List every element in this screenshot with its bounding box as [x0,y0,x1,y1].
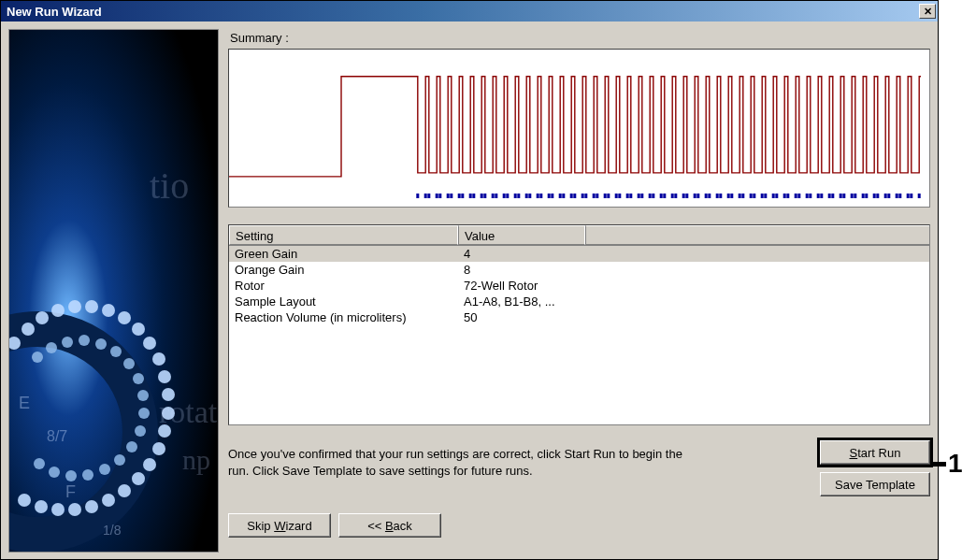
table-row[interactable]: Sample LayoutA1-A8, B1-B8, ... [229,294,929,309]
svg-point-44 [34,458,45,469]
svg-rect-112 [753,194,755,198]
svg-rect-75 [548,194,551,198]
start-run-label-rest: tart Run [857,446,900,460]
svg-rect-66 [495,194,497,198]
table-row[interactable]: Green Gain4 [229,246,929,262]
svg-rect-118 [786,194,789,198]
svg-rect-90 [629,194,632,198]
svg-point-2 [22,323,35,336]
svg-rect-113 [761,194,764,198]
svg-rect-117 [783,194,786,198]
start-run-button[interactable]: Start Run [820,440,930,465]
table-row[interactable]: Reaction Volume (in microliters)50 [229,309,929,325]
svg-text:tio: tio [150,165,189,207]
close-button[interactable]: ✕ [919,4,936,19]
svg-rect-74 [539,194,542,198]
svg-rect-56 [438,194,441,198]
svg-rect-73 [537,194,539,198]
column-header-setting[interactable]: Setting [229,225,458,245]
table-row[interactable]: Rotor72-Well Rotor [229,278,929,294]
svg-point-22 [85,500,98,513]
external-annotation-1: 1 [933,449,962,479]
setting-name: Sample Layout [229,294,458,309]
back-button[interactable]: << Back [338,513,441,538]
close-icon: ✕ [924,6,932,18]
svg-rect-63 [481,194,483,198]
title-bar: New Run Wizard ✕ [1,1,938,22]
svg-rect-52 [416,194,419,198]
svg-rect-120 [797,194,800,198]
summary-label: Summary : [230,31,930,45]
svg-point-18 [143,458,156,471]
svg-rect-107 [727,194,730,198]
column-header-value[interactable]: Value [458,225,585,245]
svg-rect-104 [708,194,711,198]
wizard-window: New Run Wizard ✕ [0,0,939,560]
svg-rect-102 [696,194,699,198]
save-template-button[interactable]: Save Template [820,472,930,496]
settings-table: Setting Value Green Gain4Orange Gain8Rot… [228,224,930,425]
svg-rect-79 [570,194,573,198]
svg-rect-101 [694,194,696,198]
table-row[interactable]: Orange Gain8 [229,262,929,278]
svg-point-4 [36,311,49,324]
svg-rect-93 [649,194,652,198]
svg-rect-133 [873,194,876,198]
setting-value: 8 [458,262,929,278]
svg-point-12 [152,352,165,366]
svg-rect-138 [898,194,901,198]
svg-rect-86 [607,194,610,198]
svg-rect-80 [573,194,576,198]
svg-rect-131 [862,194,865,198]
setting-value: 50 [458,309,929,325]
svg-point-10 [132,323,145,336]
svg-rect-81 [582,194,584,198]
wizard-sidebar-graphic: tio rotat np E 8/7 F 1/8 [8,29,219,553]
svg-point-7 [85,300,98,313]
wizard-content: Summary : Setting Value Green Gain4Orang… [228,29,930,552]
svg-rect-119 [795,194,797,198]
svg-rect-140 [910,194,912,198]
svg-rect-132 [865,194,868,198]
svg-rect-91 [638,194,640,198]
settings-table-body: Green Gain4Orange Gain8Rotor72-Well Roto… [229,246,929,325]
svg-rect-57 [447,194,450,198]
svg-point-33 [123,358,135,369]
svg-text:F: F [65,482,76,501]
svg-rect-76 [551,194,553,198]
svg-rect-70 [517,194,520,198]
svg-rect-87 [615,194,618,198]
action-area: Once you've confirmed that your run sett… [228,440,930,496]
svg-rect-103 [705,194,708,198]
settings-table-header: Setting Value [229,225,929,246]
svg-rect-139 [907,194,910,198]
svg-rect-121 [806,194,809,198]
svg-rect-94 [652,194,654,198]
svg-rect-84 [596,194,598,198]
svg-rect-137 [896,194,898,198]
svg-rect-78 [562,194,565,198]
nav-buttons: Skip Wizard << Back [228,513,930,538]
svg-rect-85 [604,194,607,198]
skip-wizard-button[interactable]: Skip Wizard [228,513,331,538]
svg-point-36 [138,408,150,419]
svg-rect-98 [674,194,677,198]
svg-rect-89 [626,194,629,198]
instruction-text: Once you've confirmed that your run sett… [228,440,696,479]
svg-rect-128 [842,194,845,198]
svg-point-30 [79,335,90,346]
svg-text:8/7: 8/7 [47,428,67,444]
svg-rect-125 [828,194,831,198]
svg-point-40 [99,464,110,475]
svg-rect-77 [559,194,562,198]
svg-rect-97 [671,194,674,198]
svg-rect-116 [775,194,778,198]
svg-point-9 [118,311,131,324]
svg-rect-69 [514,194,517,198]
svg-rect-126 [831,194,834,198]
svg-point-32 [110,346,122,357]
svg-rect-99 [682,194,685,198]
svg-rect-127 [840,194,842,198]
annotation-number: 1 [948,449,962,479]
svg-rect-141 [918,194,921,198]
